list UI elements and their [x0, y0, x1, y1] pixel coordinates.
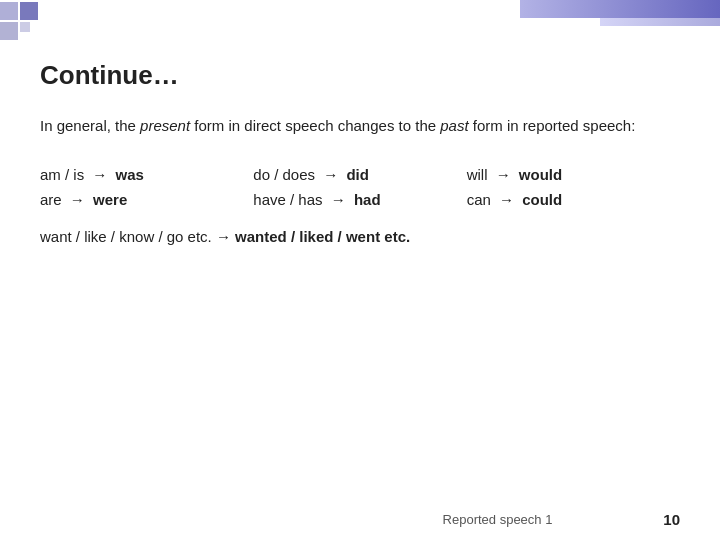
was-text: was: [116, 166, 144, 183]
intro-italic-past: past: [440, 117, 468, 134]
intro-text-post: form in reported speech:: [469, 117, 636, 134]
arrow-1: →: [92, 166, 107, 183]
arrow-6: →: [499, 191, 514, 208]
intro-text-pre1: In general, the: [40, 117, 140, 134]
want-pre: want / like / know / go etc. →: [40, 228, 235, 245]
want-line: want / like / know / go etc. → wanted / …: [40, 228, 680, 245]
cell-will: will → would: [467, 166, 680, 183]
arrow-3: →: [496, 166, 511, 183]
did-text: did: [346, 166, 369, 183]
intro-italic-present: present: [140, 117, 190, 134]
cell-do-does: do / does → did: [253, 166, 466, 183]
cell-are: are → were: [40, 191, 253, 208]
can-pre: can: [467, 191, 495, 208]
arrow-2: →: [323, 166, 338, 183]
page-number: 10: [650, 511, 680, 528]
footer: Reported speech 1 10: [0, 511, 720, 528]
have-has-pre: have / has: [253, 191, 326, 208]
do-does-pre: do / does: [253, 166, 319, 183]
are-pre: are: [40, 191, 66, 208]
cell-have-has: have / has → had: [253, 191, 466, 208]
top-bar-decoration: [520, 0, 720, 18]
table-row: are → were have / has → had can → could: [40, 191, 680, 208]
footer-label: Reported speech 1: [345, 512, 650, 527]
will-pre: will: [467, 166, 492, 183]
arrow-4: →: [70, 191, 85, 208]
top-bar-decoration-2: [600, 18, 720, 26]
had-text: had: [354, 191, 381, 208]
table-row: am / is → was do / does → did will → wou…: [40, 166, 680, 183]
could-text: could: [522, 191, 562, 208]
cell-can: can → could: [467, 191, 680, 208]
main-content: Continue… In general, the present form i…: [40, 60, 680, 500]
intro-text-pre2: form in direct speech changes to the: [190, 117, 440, 134]
corner-decoration: [0, 0, 60, 40]
conjugation-table: am / is → was do / does → did will → wou…: [40, 166, 680, 208]
want-bold: wanted / liked / went etc.: [235, 228, 410, 245]
page-title: Continue…: [40, 60, 680, 91]
were-text: were: [93, 191, 127, 208]
arrow-5: →: [331, 191, 346, 208]
intro-paragraph: In general, the present form in direct s…: [40, 115, 680, 138]
cell-am-is: am / is → was: [40, 166, 253, 183]
would-text: would: [519, 166, 562, 183]
am-is-pre: am / is: [40, 166, 88, 183]
